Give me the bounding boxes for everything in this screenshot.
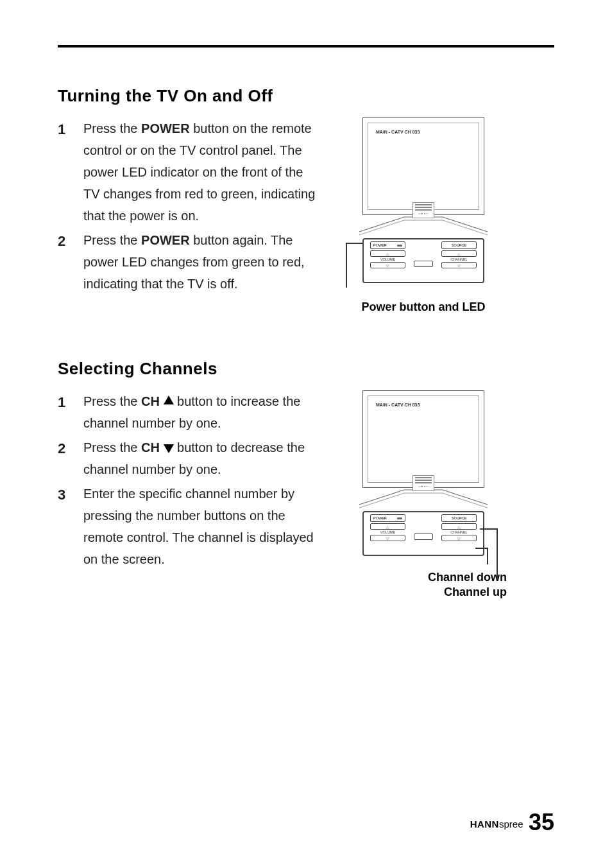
channel-down-button[interactable]: ▽ [441, 535, 477, 541]
step-number: 1 [58, 390, 83, 434]
step-item: 2 Press the CH button to decrease the ch… [58, 437, 321, 480]
channel-up-button[interactable]: △ [441, 523, 477, 530]
step-number: 1 [58, 117, 83, 227]
tv-hinge: ∞ ⊕ ▾ • • [412, 202, 434, 218]
power-button[interactable]: POWER [370, 241, 405, 249]
osd-text: MAIN - CATV CH 033 [376, 130, 420, 134]
volume-down-button[interactable]: ▽ [370, 535, 405, 541]
section-heading-channels: Selecting Channels [58, 359, 554, 379]
step-text: Press the CH button to increase the chan… [83, 390, 321, 434]
source-button[interactable]: SOURCE [441, 241, 477, 249]
page-number: 35 [529, 809, 554, 835]
channel-label: CHANNEL [450, 530, 467, 534]
menu-button[interactable] [414, 534, 433, 540]
section-heading-power: Turning the TV On and Off [58, 86, 554, 106]
tv-screen: MAIN - CATV CH 033 [362, 117, 484, 215]
step-number: 3 [58, 483, 83, 570]
channel-down-button[interactable]: ▽ [441, 262, 477, 268]
tv-control-panel: POWER SOURCE △ VOLUME ▽ △ CHANNEL [362, 238, 484, 283]
volume-up-button[interactable]: △ [370, 250, 405, 257]
step-text: Press the POWER button again. The power … [83, 229, 321, 295]
power-button[interactable]: POWER [370, 514, 405, 522]
figure-channels: MAIN - CATV CH 033 ∞ ⊕ ▾ • • POWER [340, 390, 507, 599]
figure-caption-power: Power button and LED [362, 300, 486, 314]
tv-control-panel: POWER SOURCE △ VOLUME ▽ [362, 511, 484, 556]
volume-up-button[interactable]: △ [370, 523, 405, 530]
section1-steps: 1 Press the POWER button on the remote c… [58, 117, 321, 297]
channel-up-button[interactable]: △ [441, 250, 477, 257]
figure-caption-channel-down: Channel down [340, 571, 507, 584]
step-number: 2 [58, 229, 83, 295]
step-item: 1 Press the CH button to increase the ch… [58, 390, 321, 434]
section2-steps: 1 Press the CH button to increase the ch… [58, 390, 321, 573]
source-button[interactable]: SOURCE [441, 514, 477, 522]
osd-text: MAIN - CATV CH 033 [376, 403, 420, 407]
up-arrow-icon [164, 395, 174, 404]
tv-hinge: ∞ ⊕ ▾ • • [412, 475, 434, 491]
figure-power: MAIN - CATV CH 033 ∞ ⊕ ▾ • • POWER SOURC… [340, 117, 507, 314]
volume-down-button[interactable]: ▽ [370, 262, 405, 268]
step-text: Enter the specific channel number by pre… [83, 483, 321, 570]
step-item: 1 Press the POWER button on the remote c… [58, 117, 321, 227]
channel-label: CHANNEL [450, 257, 467, 261]
figure-caption-channel-up: Channel up [340, 586, 507, 599]
volume-label: VOLUME [380, 530, 395, 534]
step-text: Press the CH button to decrease the chan… [83, 437, 321, 480]
down-arrow-icon [164, 444, 174, 453]
step-item: 2 Press the POWER button again. The powe… [58, 229, 321, 295]
menu-button[interactable] [414, 261, 433, 267]
step-text: Press the POWER button on the remote con… [83, 117, 321, 227]
tv-screen: MAIN - CATV CH 033 [362, 390, 484, 488]
page-footer: HANNspree 35 [470, 809, 554, 836]
volume-label: VOLUME [380, 257, 395, 261]
step-number: 2 [58, 437, 83, 480]
horizontal-rule [58, 45, 554, 48]
step-item: 3 Enter the specific channel number by p… [58, 483, 321, 570]
